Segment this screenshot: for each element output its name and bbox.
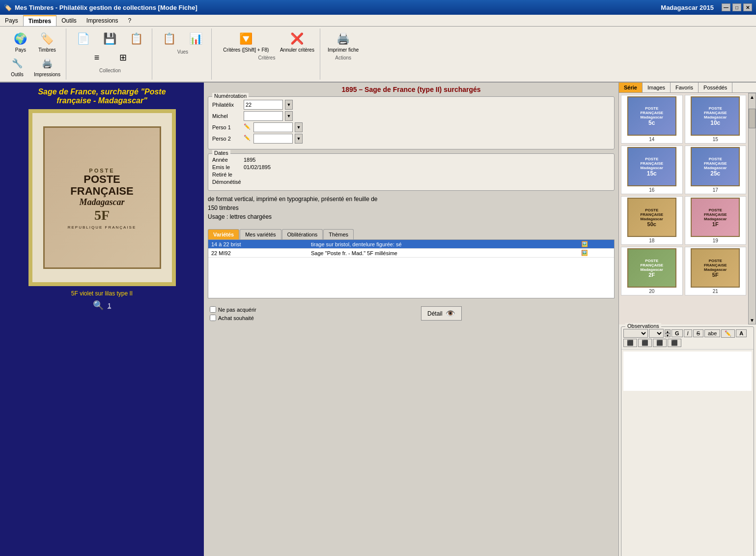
variety-tab-content: 14 à 22 brist tirage sur bristol, dentel… — [208, 239, 615, 298]
toolbar: 🌍 Pays 🏷️ Timbres 🔧 Outils 🖨️ Impression… — [0, 27, 756, 83]
ne-pas-acquerir-checkbox[interactable] — [210, 306, 216, 313]
color-button[interactable]: ✏️ — [721, 329, 735, 338]
tab-varietes[interactable]: Variétés — [208, 229, 239, 239]
thumb-row-2: POSTEFRANÇAISEMadagascar50c 18 POSTEFRAN… — [621, 196, 746, 245]
italic-button[interactable]: I — [684, 329, 692, 337]
new-doc-icon: 📄 — [76, 31, 91, 47]
menu-timbres[interactable]: Timbres — [23, 15, 56, 26]
observations-content[interactable] — [623, 351, 752, 391]
thumb-row-0: POSTEFRANÇAISEMadagascar5c 14 POSTEFRANÇ… — [621, 95, 746, 144]
toolbar-view1-button[interactable]: 📋 — [157, 29, 182, 48]
zoom-icon[interactable]: 🔍 — [93, 300, 104, 311]
michel-dropdown[interactable]: ▼ — [285, 111, 293, 121]
maximize-button[interactable]: □ — [732, 3, 741, 11]
grid-icon: ⊞ — [115, 50, 131, 65]
variety-row-1[interactable]: 22 MI92 Sage "Poste fr. - Mad." 5F millé… — [208, 249, 614, 258]
philatelix-input[interactable] — [244, 100, 283, 110]
thumb-14[interactable]: POSTEFRANÇAISEMadagascar5c 14 — [621, 95, 683, 144]
tab-obliterations[interactable]: Oblitérations — [282, 229, 323, 239]
perso1-input[interactable] — [253, 122, 293, 132]
bold-button[interactable]: G — [672, 329, 683, 337]
toolbar-copy-button[interactable]: 📋 — [124, 29, 149, 48]
variety-row-0[interactable]: 14 à 22 brist tirage sur bristol, dentel… — [208, 240, 614, 249]
numerotation-section: Numérotation Philatélix ▼ Michel ▼ Perso… — [208, 96, 615, 149]
criteres-icon: 🔽 — [238, 31, 254, 47]
toolbar-impressions-button[interactable]: 🖨️ Impressions — [31, 54, 63, 79]
close-button[interactable]: ✕ — [743, 3, 752, 11]
numerotation-title: Numérotation — [212, 93, 249, 99]
menu-help[interactable]: ? — [123, 16, 137, 26]
detail-button[interactable]: Détail 👁️ — [421, 306, 462, 321]
perso2-input[interactable] — [253, 134, 293, 144]
toolbar-save-button[interactable]: 💾 — [98, 29, 122, 48]
up-down-buttons: ▲ ▼ — [665, 329, 671, 337]
font-color-button[interactable]: A — [736, 329, 747, 337]
font-select[interactable] — [623, 329, 648, 338]
annee-label: Année — [212, 157, 242, 163]
minimize-button[interactable]: — — [722, 3, 730, 11]
scroll-up-arrow[interactable]: ▲ — [749, 93, 756, 101]
dates-section: Dates Année 1895 Emis le 01/02/1895 Reti… — [208, 153, 615, 191]
align-right-button[interactable]: ⬛ — [653, 339, 667, 347]
emis-row: Emis le 01/02/1895 — [212, 164, 610, 170]
underline-button[interactable]: abe — [704, 329, 720, 337]
perso2-edit-icon[interactable]: ✏️ — [244, 135, 252, 143]
thumb-19[interactable]: POSTEFRANÇAISEMadagascar1F 19 — [685, 196, 747, 245]
achat-souhaite-checkbox[interactable] — [210, 315, 216, 321]
toolbar-list-button[interactable]: ≡ — [84, 48, 109, 67]
description-text: de format vertical, imprimé en typograph… — [208, 195, 615, 221]
toolbar-pays-label: Pays — [15, 47, 26, 53]
thumb-16[interactable]: POSTEFRANÇAISEMadagascar15c 16 — [621, 146, 683, 194]
toolbar-print-button[interactable]: 🖨️ Imprimer fiche — [325, 29, 361, 54]
tab-images[interactable]: Images — [643, 83, 671, 92]
thumb-img-20: POSTEFRANÇAISEMadagascar2F — [627, 248, 676, 288]
menu-outils[interactable]: Outils — [56, 16, 82, 26]
thumb-15[interactable]: POSTEFRANÇAISEMadagascar10c 15 — [685, 95, 747, 144]
thumb-num-18: 18 — [649, 238, 654, 243]
strike-button[interactable]: S — [693, 329, 703, 337]
stamp-description: 5F violet sur lilas type II — [71, 290, 133, 297]
toolbar-view2-button[interactable]: 📊 — [184, 29, 208, 48]
align-left-button[interactable]: ⬛ — [623, 339, 637, 347]
tab-favoris[interactable]: Favoris — [671, 83, 699, 92]
toolbar-outils-button[interactable]: 🔧 Outils — [5, 54, 29, 79]
detail-eye-icon: 👁️ — [446, 309, 455, 318]
toolbar-annuler-button[interactable]: ❌ Annuler critères — [278, 29, 317, 54]
obs-down-btn[interactable]: ▼ — [665, 333, 671, 337]
scroll-down-arrow[interactable]: ▼ — [749, 317, 756, 324]
toolbar-criteres-button[interactable]: 🔽 Critères ([Shift] + F8) — [217, 29, 276, 54]
scroll-thumb[interactable] — [749, 109, 756, 128]
toolbar-pays-button[interactable]: 🌍 Pays — [8, 29, 33, 54]
obs-up-btn[interactable]: ▲ — [665, 329, 671, 333]
thumb-20[interactable]: POSTEFRANÇAISEMadagascar2F 20 — [621, 247, 683, 295]
stamp-page-num[interactable]: 1 — [108, 302, 111, 309]
tab-themes[interactable]: Thèmes — [323, 229, 354, 239]
thumb-num-16: 16 — [649, 187, 654, 193]
thumbnails-scrollbar[interactable]: ▲ ▼ — [748, 93, 756, 324]
thumb-18[interactable]: POSTEFRANÇAISEMadagascar50c 18 — [621, 196, 683, 245]
thumb-17[interactable]: POSTEFRANÇAISEMadagascar25c 17 — [685, 146, 747, 194]
toolbar-timbres-button[interactable]: 🏷️ Timbres — [35, 29, 59, 54]
size-select[interactable] — [649, 329, 664, 338]
align-justify-button[interactable]: ⬛ — [668, 339, 681, 347]
menu-pays[interactable]: Pays — [0, 16, 23, 26]
title-bar: 🏷️ Mes Timbres - Philatélix gestion de c… — [0, 0, 756, 15]
thumb-21[interactable]: POSTEFRANÇAISEMadagascar5F 21 — [685, 247, 747, 295]
align-center-button[interactable]: ⬛ — [638, 339, 652, 347]
variety-desc-0: tirage sur bristol, dentelure figurée: s… — [308, 240, 578, 249]
perso2-dropdown[interactable]: ▼ — [295, 134, 303, 144]
toolbar-grid-button[interactable]: ⊞ — [111, 48, 136, 67]
tab-possedes[interactable]: Possédés — [699, 83, 732, 92]
thumb-img-14: POSTEFRANÇAISEMadagascar5c — [627, 96, 676, 136]
toolbar-group-main: 🌍 Pays 🏷️ Timbres 🔧 Outils 🖨️ Impression… — [2, 29, 66, 80]
perso1-edit-icon[interactable]: ✏️ — [244, 123, 252, 131]
tab-mes-varietes[interactable]: Mes variétés — [240, 229, 281, 239]
menu-impressions[interactable]: Impressions — [82, 16, 123, 26]
thumb-num-17: 17 — [713, 187, 718, 193]
tab-serie[interactable]: Série — [619, 83, 643, 92]
michel-input[interactable] — [244, 111, 283, 121]
perso1-dropdown[interactable]: ▼ — [295, 122, 303, 132]
toolbar-new-button[interactable]: 📄 — [71, 29, 96, 48]
annuler-label: Annuler critères — [280, 47, 314, 53]
philatelix-dropdown[interactable]: ▼ — [285, 100, 293, 110]
